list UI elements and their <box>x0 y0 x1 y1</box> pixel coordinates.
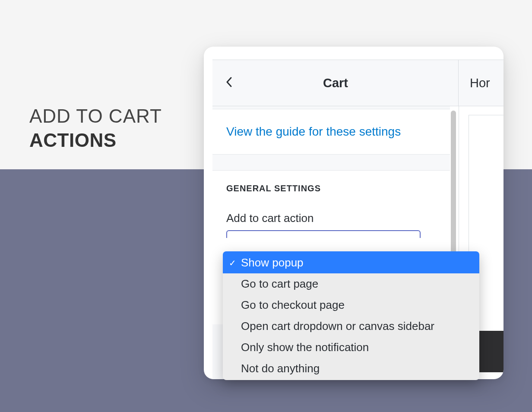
dropdown-option[interactable]: ✓Go to cart page <box>223 273 479 295</box>
dropdown-option[interactable]: ✓Only show the notification <box>223 337 479 358</box>
feature-title-line1: ADD TO CART <box>29 105 162 127</box>
main-header-region: Cart <box>212 60 459 106</box>
dropdown-option-label: Only show the notification <box>241 339 369 356</box>
dropdown-option[interactable]: ✓Show popup <box>223 251 479 273</box>
add-to-cart-action-label: Add to cart action <box>226 212 436 225</box>
panel-title: Cart <box>212 76 459 90</box>
dropdown-option[interactable]: ✓Open cart dropdown or canvas sidebar <box>223 316 479 337</box>
panel-header: Cart Hor <box>212 60 504 106</box>
dropdown-option-label: Go to checkout page <box>241 297 345 314</box>
side-panel-title: Hor <box>459 76 504 90</box>
section-heading: GENERAL SETTINGS <box>226 184 436 193</box>
dropdown-option-label: Go to cart page <box>241 276 318 292</box>
back-button[interactable] <box>217 71 241 95</box>
feature-title-line2: ACTIONS <box>29 130 162 151</box>
chevron-left-icon <box>226 77 232 89</box>
guide-section: View the guide for these settings <box>212 109 450 155</box>
add-to-cart-action-dropdown: ✓Show popup✓Go to cart page✓Go to checko… <box>223 251 479 380</box>
guide-link[interactable]: View the guide for these settings <box>226 125 401 138</box>
dropdown-option[interactable]: ✓Go to checkout page <box>223 295 479 316</box>
check-icon: ✓ <box>229 257 241 269</box>
dropdown-option-label: Open cart dropdown or canvas sidebar <box>241 318 434 335</box>
dropdown-option-label: Not do anything <box>241 360 320 377</box>
add-to-cart-action-select[interactable] <box>226 230 421 238</box>
dropdown-option-label: Show popup <box>241 254 304 271</box>
dropdown-option[interactable]: ✓Not do anything <box>223 358 479 380</box>
feature-title-block: ADD TO CART ACTIONS <box>29 105 162 151</box>
